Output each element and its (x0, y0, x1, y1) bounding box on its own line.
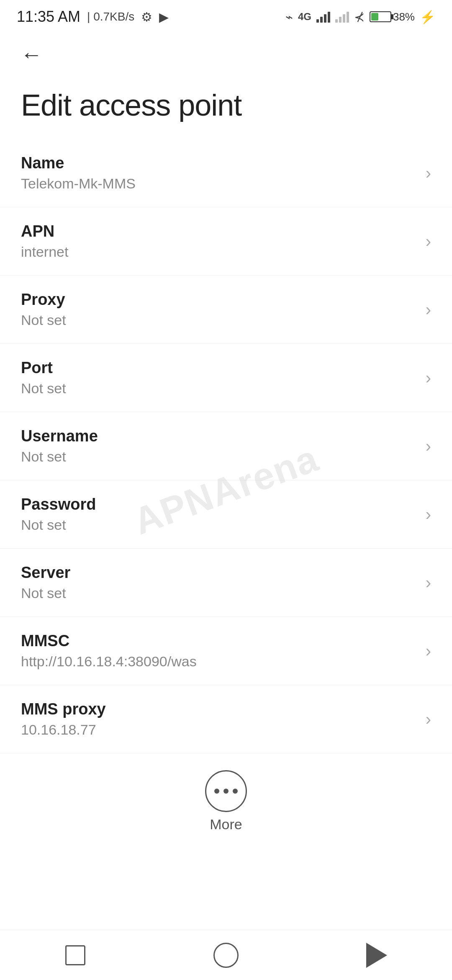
more-section: More (0, 753, 452, 854)
more-circle-icon (205, 770, 247, 812)
status-bar: 11:35 AM | 0.7KB/s ⚙ ▶ ⌁ 4G ⊀ 38% ⚡ (0, 0, 452, 34)
settings-label: Proxy (21, 291, 417, 309)
chevron-right-icon: › (426, 232, 431, 251)
more-button[interactable]: More (205, 770, 247, 833)
top-bar: ← (0, 34, 452, 75)
chevron-right-icon: › (426, 437, 431, 456)
settings-item-mms-proxy[interactable]: MMS proxy 10.16.18.77 › (0, 685, 452, 753)
wifi-icon: ⊀ (354, 10, 365, 24)
signal-bars-1 (316, 11, 330, 23)
settings-label: Port (21, 359, 417, 377)
settings-value: Not set (21, 312, 417, 328)
status-speed: | 0.7KB/s (87, 10, 134, 23)
settings-value: Telekom-Mk-MMS (21, 175, 417, 192)
settings-label: Password (21, 495, 417, 513)
camera-icon: ▶ (159, 10, 169, 24)
more-label: More (210, 816, 242, 833)
settings-value: http://10.16.18.4:38090/was (21, 653, 417, 670)
back-icon (366, 943, 387, 968)
chevron-right-icon: › (426, 573, 431, 592)
settings-item-proxy[interactable]: Proxy Not set › (0, 276, 452, 344)
settings-label: APN (21, 222, 417, 240)
settings-item-content: Password Not set (21, 495, 417, 533)
status-left: 11:35 AM | 0.7KB/s ⚙ ▶ (17, 8, 169, 26)
settings-item-content: APN internet (21, 222, 417, 260)
chevron-right-icon: › (426, 300, 431, 319)
network-4g-icon: 4G (298, 11, 311, 23)
charging-icon: ⚡ (420, 10, 435, 24)
chevron-right-icon: › (426, 369, 431, 387)
settings-item-port[interactable]: Port Not set › (0, 344, 452, 412)
bottom-nav (0, 930, 452, 980)
settings-label: MMS proxy (21, 700, 417, 718)
settings-list: Name Telekom-Mk-MMS › APN internet › Pro… (0, 139, 452, 753)
settings-label: Username (21, 427, 417, 445)
battery: 38% (370, 10, 415, 23)
chevron-right-icon: › (426, 505, 431, 524)
settings-value: Not set (21, 380, 417, 397)
chevron-right-icon: › (426, 164, 431, 183)
nav-back-button[interactable] (356, 939, 398, 972)
settings-value: Not set (21, 585, 417, 601)
more-dots-icon (214, 789, 238, 794)
settings-item-password[interactable]: Password Not set › (0, 480, 452, 549)
settings-label: Server (21, 564, 417, 582)
settings-label: MMSC (21, 632, 417, 650)
back-button[interactable]: ← (17, 40, 46, 69)
settings-item-apn[interactable]: APN internet › (0, 207, 452, 276)
settings-value: 10.16.18.77 (21, 722, 417, 738)
page-title: Edit access point (0, 75, 452, 139)
settings-item-username[interactable]: Username Not set › (0, 412, 452, 480)
settings-item-content: MMS proxy 10.16.18.77 (21, 700, 417, 738)
settings-item-content: Username Not set (21, 427, 417, 465)
settings-item-content: Server Not set (21, 564, 417, 601)
settings-item-content: Port Not set (21, 359, 417, 397)
back-arrow-icon: ← (21, 42, 42, 67)
bluetooth-icon: ⌁ (285, 10, 293, 24)
nav-recents-button[interactable] (54, 939, 96, 972)
signal-bars-2 (335, 11, 349, 23)
settings-item-name[interactable]: Name Telekom-Mk-MMS › (0, 139, 452, 207)
chevron-right-icon: › (426, 642, 431, 660)
home-icon (213, 943, 239, 968)
settings-item-server[interactable]: Server Not set › (0, 549, 452, 617)
settings-value: Not set (21, 517, 417, 533)
settings-item-content: Name Telekom-Mk-MMS (21, 154, 417, 192)
settings-item-mmsc[interactable]: MMSC http://10.16.18.4:38090/was › (0, 617, 452, 685)
settings-value: internet (21, 244, 417, 260)
settings-item-content: MMSC http://10.16.18.4:38090/was (21, 632, 417, 670)
status-right: ⌁ 4G ⊀ 38% ⚡ (285, 10, 435, 24)
battery-percent: 38% (393, 10, 415, 23)
recents-icon (65, 945, 85, 965)
chevron-right-icon: › (426, 710, 431, 729)
nav-home-button[interactable] (205, 939, 247, 972)
settings-value: Not set (21, 449, 417, 465)
settings-label: Name (21, 154, 417, 172)
status-time: 11:35 AM (17, 8, 80, 26)
settings-item-content: Proxy Not set (21, 291, 417, 328)
settings-icon: ⚙ (141, 10, 152, 24)
